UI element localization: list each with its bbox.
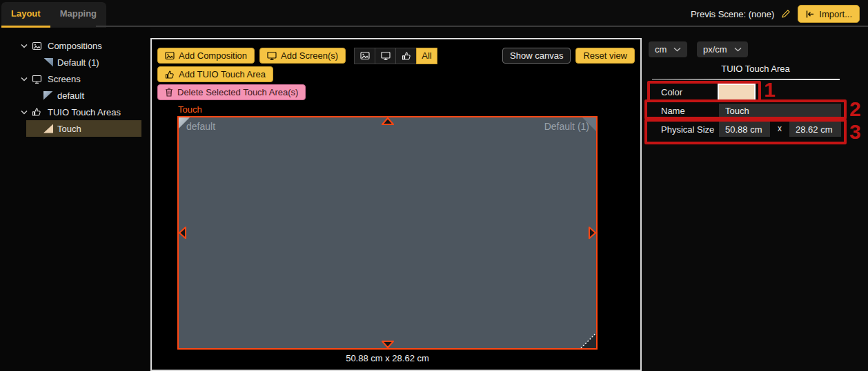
reset-view-button[interactable]: Reset view (575, 48, 635, 64)
type-filter-group: All (355, 48, 437, 64)
physical-size-label: Physical Size (661, 124, 714, 135)
chevron-down-icon (734, 47, 742, 52)
sidebar-group-label: TUIO Touch Areas (48, 107, 121, 117)
trash-icon (165, 88, 173, 97)
sidebar: Compositions Default (1) Screens default… (0, 28, 150, 371)
app-window: Layout Mapping Previs Scene: (none) Impo… (0, 0, 868, 371)
sidebar-group-label: Screens (48, 74, 81, 84)
inspector-heading-divider (652, 79, 840, 80)
name-input[interactable] (719, 104, 841, 118)
monitor-icon (381, 51, 391, 60)
unit-dropdown[interactable]: cm (649, 41, 687, 57)
inspector-heading: TUIO Touch Area (643, 64, 868, 74)
sidebar-group-tuio-touch-areas[interactable]: TUIO Touch Areas (0, 104, 150, 120)
add-composition-button[interactable]: Add Composition (157, 48, 255, 64)
resize-handle-top[interactable] (381, 117, 395, 125)
touch-area-size-label: 50.88 cm x 28.62 cm (177, 353, 598, 363)
monitor-icon (267, 51, 277, 60)
filter-compositions-button[interactable] (354, 48, 375, 64)
import-button[interactable]: Import... (798, 5, 860, 23)
sidebar-item-label: Default (1) (57, 57, 99, 68)
tab-bar: Layout Mapping (1, 2, 106, 28)
canvas-screen-label: default (186, 121, 215, 132)
chevron-down-icon (673, 47, 681, 52)
tab-mapping[interactable]: Mapping (50, 2, 106, 28)
dropdown-value: px/cm (703, 44, 727, 55)
resize-handle-corner[interactable] (580, 332, 596, 348)
sidebar-item-default-1[interactable]: Default (1) (0, 54, 150, 70)
button-label: Add Screen(s) (281, 50, 338, 61)
touch-thumb-icon (165, 70, 175, 79)
touch-area[interactable]: default Default (1) (177, 116, 598, 350)
color-label: Color (661, 87, 682, 97)
dropdown-value: cm (655, 44, 667, 55)
button-label: Add TUIO Touch Area (179, 69, 266, 79)
image-icon (165, 51, 175, 60)
screen-triangle-icon (43, 91, 53, 100)
name-label: Name (661, 106, 685, 116)
sidebar-group-label: Compositions (48, 41, 102, 51)
delete-selected-touch-areas-button[interactable]: Delete Selected Touch Area(s) (157, 84, 306, 100)
composition-triangle-icon (43, 58, 53, 67)
toolbar-row-2: Add TUIO Touch Area (157, 66, 273, 82)
layout-tree: Compositions Default (1) Screens default… (0, 37, 150, 137)
physical-height-input[interactable] (789, 122, 841, 137)
sidebar-item-touch[interactable]: Touch (26, 120, 141, 137)
color-swatch[interactable] (718, 84, 756, 101)
touch-area-name-label: Touch (178, 104, 202, 115)
view-actions: Show canvas Reset view (502, 48, 635, 64)
filter-touch-areas-button[interactable] (395, 48, 417, 64)
sidebar-item-default-screen[interactable]: default (0, 87, 150, 104)
inspector-panel: cm px/cm TUIO Touch Area Color Name Phys… (643, 28, 868, 371)
monitor-icon (32, 75, 46, 84)
chevron-down-icon[interactable] (21, 77, 32, 82)
import-button-label: Import... (819, 9, 852, 19)
chevron-down-icon[interactable] (21, 110, 32, 115)
button-label: Delete Selected Touch Area(s) (177, 87, 298, 97)
topbar-divider (96, 26, 868, 27)
add-tuio-touch-area-button[interactable]: Add TUIO Touch Area (157, 66, 273, 82)
touch-thumb-icon (402, 51, 411, 61)
topbar-right: Previs Scene: (none) Import... (691, 5, 860, 23)
image-icon (32, 41, 46, 50)
touch-thumb-icon (32, 107, 46, 117)
sidebar-group-compositions[interactable]: Compositions (0, 37, 150, 54)
chevron-down-icon[interactable] (21, 44, 32, 48)
toolbar-row-1: Add Composition Add Screen(s) All Show c… (157, 48, 635, 64)
import-icon (805, 10, 815, 19)
resize-handle-bottom[interactable] (381, 341, 395, 349)
filter-screens-button[interactable] (375, 48, 396, 64)
canvas-composition-label: Default (1) (544, 121, 589, 132)
physical-width-input[interactable] (719, 122, 770, 137)
edit-pencil-icon[interactable] (781, 9, 791, 19)
filter-all-button[interactable]: All (416, 48, 437, 64)
size-separator: x (778, 124, 782, 133)
sidebar-group-screens[interactable]: Screens (0, 70, 150, 87)
annotation-number-1: 1 (764, 79, 776, 100)
previs-scene-label: Previs Scene: (none) (691, 9, 774, 19)
add-screens-button[interactable]: Add Screen(s) (259, 48, 346, 64)
show-canvas-button[interactable]: Show canvas (502, 48, 571, 64)
annotation-number-3: 3 (849, 122, 861, 142)
topbar: Layout Mapping Previs Scene: (none) Impo… (0, 0, 868, 28)
touch-area-triangle-icon (43, 124, 53, 133)
button-label: Add Composition (179, 50, 247, 61)
sidebar-item-label: default (57, 91, 84, 101)
toolbar-row-3: Delete Selected Touch Area(s) (157, 84, 306, 100)
tab-layout[interactable]: Layout (1, 2, 50, 28)
resize-handle-right[interactable] (589, 226, 597, 240)
image-icon (360, 51, 370, 60)
layout-canvas-panel: Add Composition Add Screen(s) All Show c… (150, 38, 642, 371)
sidebar-item-label: Touch (57, 124, 81, 134)
density-dropdown[interactable]: px/cm (697, 41, 748, 57)
resize-handle-left[interactable] (178, 226, 186, 240)
annotation-number-2: 2 (849, 99, 861, 120)
